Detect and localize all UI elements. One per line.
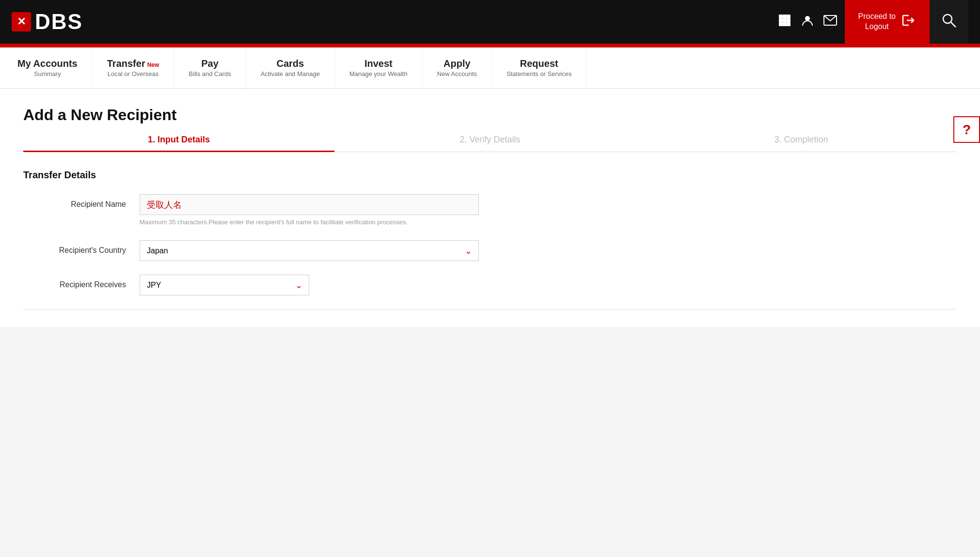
nav-item-apply[interactable]: Apply New Accounts [423, 47, 492, 88]
recipient-name-label: Recipient Name [23, 194, 140, 209]
nav-item-invest[interactable]: Invest Manage your Wealth [335, 47, 423, 88]
svg-rect-8 [787, 22, 790, 26]
recipient-name-input[interactable] [140, 194, 479, 215]
svg-rect-6 [779, 22, 783, 26]
svg-rect-2 [787, 15, 790, 18]
recipient-country-row: Recipient's Country Japan United States … [23, 240, 957, 261]
mail-icon[interactable] [823, 15, 837, 29]
help-button[interactable]: ? [953, 116, 980, 143]
red-accent-bar [0, 44, 980, 47]
help-icon: ? [963, 122, 971, 138]
nav-main-label: Cards [277, 58, 304, 69]
recipient-receives-select-wrapper: JPY USD GBP AUD CNY HKD SGD ⌄ [140, 275, 309, 295]
recipient-name-hint: Maximum 35 characters.Please enter the r… [140, 218, 479, 227]
recipient-country-label: Recipient's Country [23, 240, 140, 255]
logout-icon [901, 13, 916, 31]
header-icons [778, 14, 837, 30]
steps-container: 1. Input Details 2. Verify Details 3. Co… [23, 127, 957, 152]
logo: ✕ DBS [12, 10, 83, 34]
step-3[interactable]: 3. Completion [646, 127, 957, 152]
recipient-receives-label: Recipient Receives [23, 275, 140, 289]
recipient-name-field: Maximum 35 characters.Please enter the r… [140, 194, 479, 227]
nav-main-label: Apply [443, 58, 471, 69]
svg-point-9 [805, 16, 810, 21]
svg-rect-3 [779, 18, 783, 22]
page-title: Add a New Recipient [23, 106, 177, 124]
nav-sub-label: New Accounts [437, 70, 477, 77]
nav-main-label: Invest [364, 58, 393, 69]
logo-x-icon: ✕ [12, 12, 31, 31]
nav-sub-label: Bills and Cards [189, 70, 231, 77]
nav-item-cards[interactable]: Cards Activate and Manage [246, 47, 335, 88]
recipient-country-select-wrapper: Japan United States United Kingdom Austr… [140, 240, 479, 261]
nav-main-label: My Accounts [17, 58, 78, 69]
main-content: Add a New Recipient 1. Input Details 2. … [0, 89, 980, 327]
svg-point-11 [943, 15, 952, 23]
svg-rect-7 [783, 22, 787, 26]
step-1[interactable]: 1. Input Details [23, 127, 334, 152]
svg-line-12 [951, 22, 956, 27]
svg-rect-1 [783, 15, 787, 18]
nav-sub-label: Activate and Manage [261, 70, 320, 77]
nav-badge: New [147, 62, 159, 68]
nav-item-my-accounts[interactable]: My Accounts Summary [0, 47, 93, 88]
nav-main-label: Request [520, 58, 558, 69]
search-icon [941, 13, 957, 31]
nav-item-request[interactable]: Request Statements or Services [492, 47, 586, 88]
network-icon[interactable] [778, 14, 791, 30]
nav-item-pay[interactable]: Pay Bills and Cards [174, 47, 246, 88]
search-button[interactable] [930, 0, 968, 44]
section-title: Transfer Details [23, 170, 957, 181]
svg-rect-0 [779, 15, 783, 18]
logout-label: Proceed to Logout [858, 12, 896, 32]
section-divider [23, 309, 957, 309]
nav-sub-label: Manage your Wealth [349, 70, 408, 77]
nav-main-label: Pay [201, 58, 219, 69]
logout-button[interactable]: Proceed to Logout [845, 0, 930, 44]
nav-sub-label: Local or Overseas [108, 70, 159, 77]
nav-sub-label: Summary [34, 70, 61, 77]
logo-text: DBS [35, 10, 83, 34]
header: ✕ DBS [0, 0, 980, 44]
svg-rect-4 [783, 18, 787, 22]
nav-main-label: Transfer [107, 58, 145, 69]
nav-sub-label: Statements or Services [506, 70, 571, 77]
recipient-country-field: Japan United States United Kingdom Austr… [140, 240, 479, 261]
step-2[interactable]: 2. Verify Details [334, 127, 646, 152]
recipient-country-select[interactable]: Japan United States United Kingdom Austr… [140, 240, 479, 261]
recipient-name-row: Recipient Name Maximum 35 characters.Ple… [23, 194, 957, 227]
main-nav: My Accounts Summary Transfer New Local o… [0, 47, 980, 89]
recipient-receives-row: Recipient Receives JPY USD GBP AUD CNY H… [23, 275, 957, 295]
user-icon[interactable] [801, 14, 814, 30]
recipient-receives-select[interactable]: JPY USD GBP AUD CNY HKD SGD [140, 275, 309, 295]
recipient-receives-field: JPY USD GBP AUD CNY HKD SGD ⌄ [140, 275, 479, 295]
nav-item-transfer[interactable]: Transfer New Local or Overseas [93, 47, 174, 88]
svg-rect-5 [787, 18, 790, 22]
